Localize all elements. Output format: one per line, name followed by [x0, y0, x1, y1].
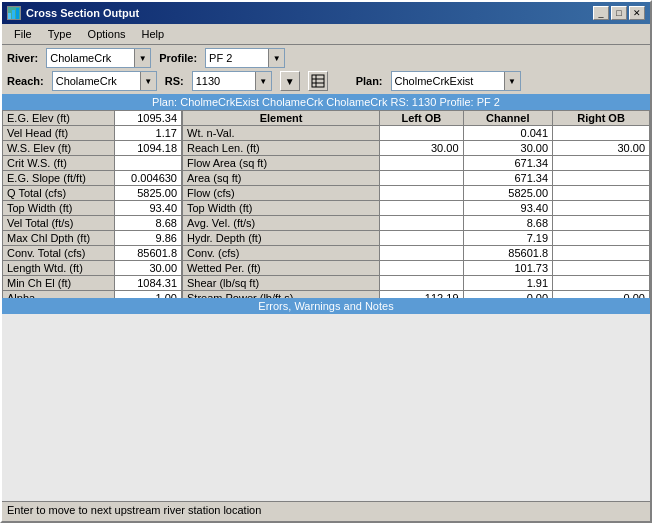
river-value: CholameCrk — [47, 52, 134, 64]
data-value: 7.19 — [463, 231, 553, 246]
data-value — [380, 186, 463, 201]
element-label: Stream Power (lb/ft s) — [183, 291, 380, 298]
svg-rect-3 — [312, 75, 324, 87]
data-value — [553, 156, 650, 171]
right-table: Element Left OB Channel Right OB Wt. n-V… — [182, 110, 650, 298]
right-table-row: Wt. n-Val.0.041 — [183, 126, 650, 141]
window-title: Cross Section Output — [26, 7, 139, 19]
plan-dropdown-arrow[interactable]: ▼ — [504, 72, 520, 90]
data-value — [553, 171, 650, 186]
toolbar-row1: River: CholameCrk ▼ Profile: PF 2 ▼ — [2, 45, 650, 71]
menu-file[interactable]: File — [6, 26, 40, 42]
status-bar: Enter to move to next upstream river sta… — [2, 501, 650, 521]
element-label: Shear (lb/sq ft) — [183, 276, 380, 291]
left-row-label: Alpha — [3, 291, 115, 298]
left-table-row: Conv. Total (cfs)85601.8 — [3, 246, 182, 261]
plan-combo[interactable]: CholmeCrkExist ▼ — [391, 71, 521, 91]
right-data-table: Element Left OB Channel Right OB Wt. n-V… — [182, 110, 650, 298]
left-table-row: Length Wtd. (ft)30.00 — [3, 261, 182, 276]
nav-table-button[interactable] — [308, 71, 328, 91]
col-channel: Channel — [463, 111, 553, 126]
plan-label: Plan: — [356, 75, 383, 87]
title-bar: Cross Section Output _ □ ✕ — [2, 2, 650, 24]
data-value: 85601.8 — [463, 246, 553, 261]
rs-value: 1130 — [193, 75, 255, 87]
rs-dropdown-arrow[interactable]: ▼ — [255, 72, 271, 90]
left-row-value — [115, 156, 182, 171]
data-value — [553, 126, 650, 141]
right-table-row: Shear (lb/sq ft)1.91 — [183, 276, 650, 291]
right-table-row: Wetted Per. (ft)101.73 — [183, 261, 650, 276]
element-label: Hydr. Depth (ft) — [183, 231, 380, 246]
element-label: Area (sq ft) — [183, 171, 380, 186]
element-label: Wt. n-Val. — [183, 126, 380, 141]
profile-value: PF 2 — [206, 52, 268, 64]
left-table-row: Vel Total (ft/s)8.68 — [3, 216, 182, 231]
left-row-label: E.G. Slope (ft/ft) — [3, 171, 115, 186]
river-dropdown-arrow[interactable]: ▼ — [134, 49, 150, 67]
reach-combo[interactable]: CholameCrk ▼ — [52, 71, 157, 91]
menu-type[interactable]: Type — [40, 26, 80, 42]
data-value — [380, 171, 463, 186]
svg-rect-0 — [8, 13, 11, 19]
data-value — [380, 276, 463, 291]
left-table: E.G. Elev (ft)1095.34Vel Head (ft)1.17W.… — [2, 110, 182, 298]
data-value: 30.00 — [463, 141, 553, 156]
left-row-value: 0.004630 — [115, 171, 182, 186]
right-table-row: Area (sq ft)671.34 — [183, 171, 650, 186]
left-row-value: 1094.18 — [115, 141, 182, 156]
right-table-row: Stream Power (lb/ft s)112.190.000.00 — [183, 291, 650, 298]
menu-bar: File Type Options Help — [2, 24, 650, 45]
left-table-row: Vel Head (ft)1.17 — [3, 126, 182, 141]
data-value — [380, 261, 463, 276]
col-element: Element — [183, 111, 380, 126]
right-table-row: Flow Area (sq ft)671.34 — [183, 156, 650, 171]
left-table-row: Max Chl Dpth (ft)9.86 — [3, 231, 182, 246]
left-row-label: Max Chl Dpth (ft) — [3, 231, 115, 246]
left-row-label: Vel Total (ft/s) — [3, 216, 115, 231]
col-right-ob: Right OB — [553, 111, 650, 126]
left-table-row: E.G. Slope (ft/ft)0.004630 — [3, 171, 182, 186]
close-button[interactable]: ✕ — [629, 6, 645, 20]
data-value: 671.34 — [463, 171, 553, 186]
left-row-label: Length Wtd. (ft) — [3, 261, 115, 276]
reach-value: CholameCrk — [53, 75, 140, 87]
reach-dropdown-arrow[interactable]: ▼ — [140, 72, 156, 90]
left-row-value: 30.00 — [115, 261, 182, 276]
plan-value: CholmeCrkExist — [392, 75, 504, 87]
left-table-row: W.S. Elev (ft)1094.18 — [3, 141, 182, 156]
left-row-value: 85601.8 — [115, 246, 182, 261]
element-label: Conv. (cfs) — [183, 246, 380, 261]
data-value — [553, 186, 650, 201]
right-table-row: Conv. (cfs)85601.8 — [183, 246, 650, 261]
nav-down-button[interactable]: ▼ — [280, 71, 300, 91]
data-value — [380, 201, 463, 216]
left-row-value: 8.68 — [115, 216, 182, 231]
menu-help[interactable]: Help — [134, 26, 173, 42]
data-value — [553, 276, 650, 291]
reach-label: Reach: — [7, 75, 44, 87]
errors-bar: Errors, Warnings and Notes — [2, 298, 650, 314]
river-combo[interactable]: CholameCrk ▼ — [46, 48, 151, 68]
minimize-button[interactable]: _ — [593, 6, 609, 20]
svg-rect-2 — [16, 8, 19, 19]
data-value — [553, 261, 650, 276]
rs-label: RS: — [165, 75, 184, 87]
profile-dropdown-arrow[interactable]: ▼ — [268, 49, 284, 67]
rs-combo[interactable]: 1130 ▼ — [192, 71, 272, 91]
data-value — [380, 156, 463, 171]
toolbar-row2: Reach: CholameCrk ▼ RS: 1130 ▼ ▼ Plan: C… — [2, 71, 650, 94]
menu-options[interactable]: Options — [80, 26, 134, 42]
left-row-label: E.G. Elev (ft) — [3, 111, 115, 126]
data-value: 1.91 — [463, 276, 553, 291]
app-icon — [7, 6, 21, 20]
left-table-row: Q Total (cfs)5825.00 — [3, 186, 182, 201]
data-value: 8.68 — [463, 216, 553, 231]
data-value — [380, 246, 463, 261]
col-left-ob: Left OB — [380, 111, 463, 126]
main-window: Cross Section Output _ □ ✕ File Type Opt… — [0, 0, 652, 523]
profile-combo[interactable]: PF 2 ▼ — [205, 48, 285, 68]
svg-rect-1 — [12, 10, 15, 19]
restore-button[interactable]: □ — [611, 6, 627, 20]
data-value: 0.041 — [463, 126, 553, 141]
